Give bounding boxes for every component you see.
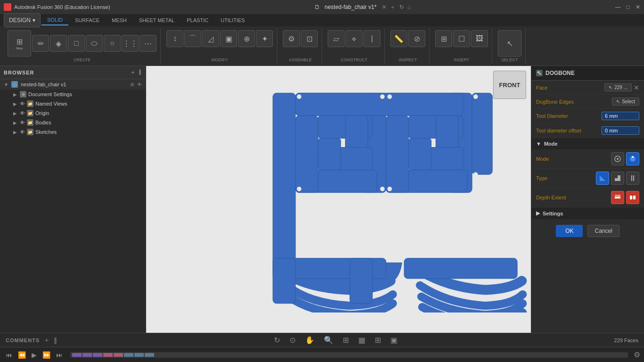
chamfer-btn[interactable]: ◿ xyxy=(202,30,219,47)
origin-visibility[interactable]: 👁 xyxy=(20,110,25,116)
mode-option-normal[interactable] xyxy=(611,152,624,165)
sphere-btn[interactable]: ○ xyxy=(104,35,121,52)
timeline-item-8[interactable] xyxy=(145,353,154,357)
face-clear-btn[interactable]: ✕ xyxy=(634,84,639,91)
insert-mesh-btn[interactable]: ⊞ xyxy=(435,30,452,47)
browser-doc-settings[interactable]: ▶ ⚙ Document Settings xyxy=(0,90,146,99)
timeline-item-4[interactable] xyxy=(103,353,113,357)
axis-btn[interactable]: | xyxy=(363,30,380,47)
combine-btn[interactable]: ⊕ xyxy=(238,30,255,47)
tab-plastic[interactable]: PLASTIC xyxy=(181,16,214,25)
box-btn[interactable]: □ xyxy=(68,35,85,52)
new-component-btn[interactable]: ⊞ New xyxy=(8,30,31,57)
fillet-btn[interactable]: ⌒ xyxy=(184,30,201,47)
face-select-btn[interactable]: ↖ 229 ... xyxy=(604,83,632,91)
root-visibility-icon[interactable]: 👁 xyxy=(137,82,142,87)
named-views-visibility[interactable]: 👁 xyxy=(20,101,25,107)
cancel-button[interactable]: Cancel xyxy=(587,225,619,237)
timeline-end-btn[interactable]: ⏭ xyxy=(54,350,65,360)
depth-extent-option-2[interactable] xyxy=(626,191,639,204)
timeline-prev-btn[interactable]: ⏪ xyxy=(16,350,28,360)
browser-add-btn[interactable]: ＋ xyxy=(130,69,136,76)
home-btn[interactable]: ⌂ xyxy=(407,4,411,10)
timeline-item-5[interactable] xyxy=(114,353,123,357)
design-dropdown[interactable]: DESIGN ▾ xyxy=(4,13,41,27)
tab-solid[interactable]: SOLID xyxy=(41,15,68,25)
shell-btn[interactable]: ▣ xyxy=(220,30,237,47)
tab-utilities[interactable]: UTILITIES xyxy=(215,16,250,25)
viewport[interactable]: FRONT 🔩 DOGBONE Face ↖ 229 ... ✕ xyxy=(146,66,644,333)
root-settings-icon[interactable]: ⚙ xyxy=(130,82,134,87)
timeline-item-3[interactable] xyxy=(93,353,102,357)
offset-plane-btn[interactable]: ▱ xyxy=(328,30,345,47)
tool-diameter-offset-input[interactable] xyxy=(602,126,639,135)
browser-sketches[interactable]: ▶ 👁 📁 Sketches xyxy=(0,127,146,137)
timeline-start-btn[interactable]: ⏮ xyxy=(4,350,14,360)
dogbone-edges-select-btn[interactable]: ↖ Select xyxy=(612,98,639,106)
cylinder-btn[interactable]: ⬭ xyxy=(86,35,103,52)
timeline-item-2[interactable] xyxy=(83,353,92,357)
browser-bodies[interactable]: ▶ 👁 📁 Bodies xyxy=(0,118,146,127)
timeline-item-6[interactable] xyxy=(124,353,133,357)
interference-btn[interactable]: ⊘ xyxy=(408,30,425,47)
rigid-btn[interactable]: ⊡ xyxy=(301,30,318,47)
add-tab-btn[interactable]: ＋ xyxy=(390,4,396,10)
orbit-tool-btn[interactable]: ↻ xyxy=(274,336,280,345)
bodies-visibility[interactable]: 👁 xyxy=(20,120,25,125)
mode-option-minimal[interactable] xyxy=(626,152,639,165)
browser-collapse-btn[interactable]: ‖ xyxy=(139,69,142,76)
midplane-btn[interactable]: ⋄ xyxy=(346,30,363,47)
more-create-btn[interactable]: ⋯ xyxy=(140,35,157,52)
move-btn[interactable]: ✦ xyxy=(256,30,273,47)
timeline-settings-btn[interactable]: ⚙ xyxy=(634,350,640,359)
mode-section-header[interactable]: ▼ Mode xyxy=(531,138,644,149)
browser-origin[interactable]: ▶ 👁 📁 Origin xyxy=(0,108,146,118)
sketches-visibility[interactable]: 👁 xyxy=(20,129,25,135)
view-mode-btn[interactable]: ▦ xyxy=(358,336,365,345)
grid-btn[interactable]: ⊞ xyxy=(375,336,381,345)
press-pull-btn[interactable]: ↕ xyxy=(166,30,183,47)
depth-extent-option-1[interactable] xyxy=(611,191,624,204)
settings-section-header[interactable]: ▶ Settings xyxy=(531,207,644,219)
insert-svg-btn[interactable]: ☐ xyxy=(453,30,470,47)
pan-btn[interactable]: ✋ xyxy=(305,336,314,345)
tab-surface[interactable]: SURFACE xyxy=(69,16,105,25)
timeline-item-7[interactable] xyxy=(134,353,144,357)
ok-button[interactable]: OK xyxy=(556,225,583,237)
refresh-btn[interactable]: ↻ xyxy=(399,4,404,10)
timeline-item-1[interactable] xyxy=(72,353,82,357)
zoom-fit-btn[interactable]: ⊞ xyxy=(343,336,349,345)
pattern-btn[interactable]: ⋮⋮ xyxy=(122,35,139,52)
zoom-btn[interactable]: 🔍 xyxy=(324,336,333,345)
browser-named-views[interactable]: ▶ 👁 📁 Named Views xyxy=(0,99,146,108)
tab-sheet-metal[interactable]: SHEET METAL xyxy=(133,16,180,25)
insert-decal-btn[interactable]: 🖼 xyxy=(471,30,488,47)
close-tab-btn[interactable]: ✕ xyxy=(382,4,387,10)
joint-btn[interactable]: ⚙ xyxy=(283,30,300,47)
measure-btn[interactable]: 📏 xyxy=(390,30,407,47)
minimize-btn[interactable]: — xyxy=(615,4,621,10)
viewcube[interactable]: FRONT xyxy=(493,71,526,99)
timeline-play-btn[interactable]: ▶ xyxy=(30,350,39,360)
sketch-btn[interactable]: ✏ xyxy=(32,35,49,52)
display-btn[interactable]: ▣ xyxy=(390,336,397,345)
type-option-2[interactable] xyxy=(611,172,624,185)
browser-root-item[interactable]: ▼ ⬡ nested-fab_chair v1 ⚙ 👁 xyxy=(0,79,146,90)
comments-collapse-btn[interactable]: ‖ xyxy=(54,337,57,344)
type-option-1[interactable] xyxy=(596,172,609,185)
face-row: Face ↖ 229 ... ✕ xyxy=(531,81,644,95)
modify-buttons: ↕ ⌒ ◿ ▣ ⊕ ✦ xyxy=(166,30,273,47)
close-btn[interactable]: ✕ xyxy=(636,4,640,10)
ribbon-group-insert: ⊞ ☐ 🖼 INSERT xyxy=(431,28,492,64)
timeline-next-btn[interactable]: ⏩ xyxy=(41,350,52,360)
maximize-btn[interactable]: □ xyxy=(627,4,630,10)
comments-add-btn[interactable]: ＋ xyxy=(43,336,50,345)
tab-mesh[interactable]: MESH xyxy=(106,16,132,25)
type-option-3[interactable] xyxy=(626,172,639,185)
look-at-btn[interactable]: ⊙ xyxy=(289,336,296,345)
select-btn[interactable]: ↖ xyxy=(498,30,521,57)
form-btn[interactable]: ◈ xyxy=(50,35,67,52)
interference-icon: ⊘ xyxy=(414,34,420,43)
tool-diameter-input[interactable] xyxy=(602,112,639,120)
design-dropdown-arrow: ▾ xyxy=(33,17,35,24)
